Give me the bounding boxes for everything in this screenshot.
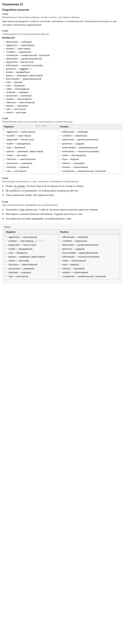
step-3-desc: Распределим слова по колонкам: негативны… [2, 120, 122, 123]
sentence-number-ru: 1 [2, 208, 3, 212]
wordlist-item: level-headed — уравновешенный [4, 77, 122, 80]
page-container: Упражнение 21 Подробное решение 1 шаг Вн… [0, 0, 124, 286]
wordlist-item: violent — жестокий [4, 111, 122, 114]
step-4: 4 шаг Используем некоторые из слов, сост… [2, 177, 122, 198]
wordlist-item: disgraceful — бесчестный [4, 60, 122, 64]
wordlist-item: realistic — объективный [4, 97, 122, 101]
answer-positive-item: generous — щедрый, [60, 247, 118, 251]
step-3: 3 шаг Распределим слова по колонкам: нег… [2, 117, 122, 174]
wordlist-item: considerate — внимательный, тактичный [4, 54, 122, 57]
answer-negative-item: boastful — хвастливый, [6, 239, 56, 243]
wordlist-item: loyal — верный [4, 80, 122, 84]
step-2-label: 2 шаг [2, 30, 122, 32]
step-3-negative-list: aggressive — агрессивный,boastful — хвас… [4, 130, 56, 173]
wordlist-item: enthusiastic — полный энтузиазма [4, 64, 122, 67]
step-5: 5 шаг При необходимости переведём наши п… [2, 200, 122, 221]
wordlist-section: WORDLIST affectionate — любящийaggressiv… [2, 36, 122, 114]
wordlist-item: jealous — ревнивый, завистливый [4, 74, 122, 77]
step-5-label: 5 шаг [2, 200, 122, 203]
sentence-en-item: 2My boyfriend is too possessive. I'm thi… [2, 188, 122, 193]
answer-section: Ответ Negative Positive aggressive — агр… [2, 224, 122, 283]
positive-item: generous — щедрый, [60, 142, 120, 146]
step-3-negative-header: Negative [2, 124, 58, 129]
sentence-number: 1 [2, 184, 3, 188]
answer-positive-item: realistic — объективный, [60, 270, 118, 274]
wordlist-item: tolerant — терпимый [4, 104, 122, 108]
step-4-sentences: 1Please, be realistic. You don't have a … [2, 184, 122, 198]
step-1-label: 1 шаг [2, 12, 122, 15]
answer-positive-item: determined — целеустремлённый, [60, 243, 118, 247]
positive-item: realistic — объективный, [60, 165, 120, 169]
step-1: 1 шаг Внимательно прочитаем задание, что… [2, 12, 122, 26]
wordlist-item: noble — благородный [4, 87, 122, 90]
negative-item: obstinate — упрямый, [4, 165, 56, 169]
step-3-positive-list: affectionate — любящий,confident — увере… [60, 130, 120, 173]
answer-negative-item: disgraceful — бесчестный, [6, 243, 56, 247]
positive-item: enthusiastic — полный антузиазма, [60, 150, 120, 154]
wordlist-item: obstinate — упрямый [4, 90, 122, 94]
step-4-label: 4 шаг [2, 177, 122, 180]
answer-negative-item: violent — жестокий, [6, 259, 56, 263]
wordlist-title: WORDLIST [2, 36, 122, 39]
answer-negative-item: hostile — враждебный, [6, 247, 56, 251]
positive-item: level-headed — уравновешенный, [60, 146, 120, 150]
negative-item: violent — жестокий, [4, 154, 56, 157]
answer-positive-list: affectionate — любящий,confident — увере… [60, 235, 118, 278]
answer-negative-item: ridiculous — смехотворный, [6, 263, 56, 266]
wordlist-item: confident — уверенный [4, 50, 122, 54]
negative-item: disgraceful — бесчестный, [4, 138, 56, 142]
sentence-number-ru: 2 [2, 212, 3, 216]
answer-positive-header: Positive [58, 230, 120, 234]
solution-title: Подробное решение [2, 8, 122, 11]
answer-negative-item: possessive — ревнивый, [6, 267, 56, 270]
negative-item: boastful — хвастливый, [4, 134, 56, 138]
sentence-ru-item: 2Мой парень слишком большой собственник.… [2, 212, 122, 216]
wordlist-item: mad — безумный [4, 84, 122, 87]
answer-label: Ответ [4, 226, 120, 228]
wordlist-item: vain — ничтожный [4, 108, 122, 111]
answer-positive-item: enthusiastic — полный антузиазма, [60, 255, 118, 259]
negative-item: possessive — ревнивый, [4, 162, 56, 165]
answer-negative-item: vain — ничтожный [6, 274, 56, 278]
negative-item: vain — ничтожный [4, 169, 56, 173]
step-3-table: Negative Positive aggressive — агрессивн… [2, 124, 122, 174]
positive-item: determined — целеустремлённый, [60, 138, 120, 142]
step-3-positive-header: Positive [58, 124, 122, 129]
step-5-sentences: 1Пожалуйста, будь реалистом. У тебя не т… [2, 208, 122, 221]
sentence-number-ru: 3 [2, 217, 3, 220]
positive-item: tolerant — терпимый, [60, 162, 120, 165]
positive-item: considerate — внимательный, тактичный [60, 169, 120, 173]
wordlist-item: possessive — ревнивый [4, 94, 122, 97]
wordlist-item: aggressive — агрессивный [4, 44, 122, 47]
positive-item: confident — уверенный, [60, 134, 120, 138]
wordlist-list: affectionate — любящийaggressive — агрес… [2, 40, 122, 114]
answer-negative-header: Negative [4, 230, 58, 234]
sentence-ru-item: 1Пожалуйста, будь реалистом. У тебя не т… [2, 208, 122, 212]
answer-negative-item: aggressive — агрессивный, [6, 235, 56, 239]
wordlist-item: boastful — хвастливый [4, 47, 122, 50]
step-5-desc: При необходимости переведём наши предлож… [2, 204, 122, 206]
step-3-label: 3 шаг [2, 117, 122, 120]
step-2: 2 шаг Ознакомимся со списком полезной ле… [2, 30, 122, 114]
sentence-number: 3 [2, 194, 3, 197]
positive-item: loyal — верный, [60, 157, 120, 161]
sentence-number: 2 [2, 189, 3, 192]
answer-positive-item: level-headed — уравновешенный, [60, 251, 118, 255]
negative-item: mad — безумный, [4, 146, 56, 150]
step-4-desc: Используем некоторые из слов, составив с… [2, 180, 122, 183]
answer-positive-item: confident — уверенный, [60, 239, 118, 243]
answer-negative-list: aggressive — агрессивный,boastful — хвас… [6, 235, 56, 278]
answer-negative-item: obstinate — упрямый, [6, 270, 56, 274]
positive-item: noble — благородный, [60, 154, 120, 157]
answer-positive-item: noble — благородный, [60, 259, 118, 263]
sentence-en-item: 3These animal look hostile, don't approa… [2, 193, 122, 198]
answer-positive-item: loyal — верный, [60, 263, 118, 266]
wordlist-item: hostile — враждебный [4, 70, 122, 74]
negative-item: hostile — враждебный, [4, 142, 56, 146]
positive-item: affectionate — любящий, [60, 130, 120, 134]
wordlist-item: affectionate — любящий [4, 40, 122, 44]
answer-positive-item: tolerant — терпимый, [60, 267, 118, 270]
wordlist-item: determined — целеустремлённый [4, 57, 122, 60]
sentence-en-item: 1Please, be realistic. You don't have a … [2, 184, 122, 188]
negative-item: ridiculous — смехотворный, [4, 157, 56, 161]
